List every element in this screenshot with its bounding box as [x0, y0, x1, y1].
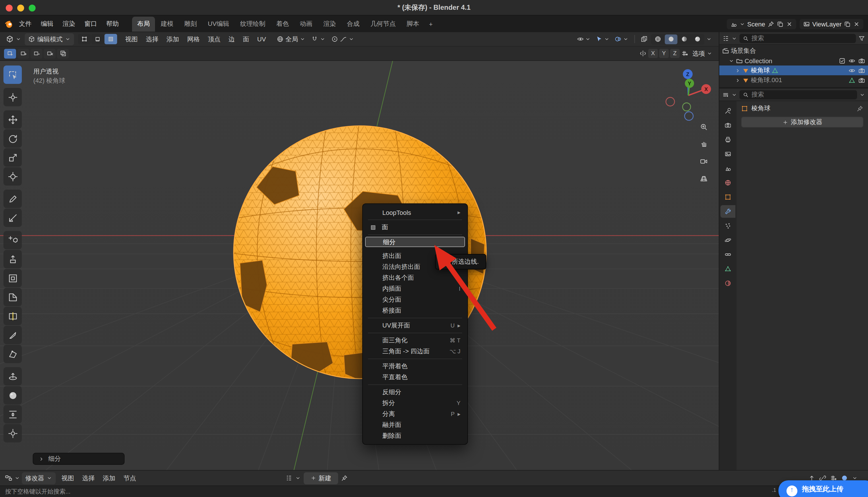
- node-editor-menu-2[interactable]: 添加: [99, 472, 119, 484]
- properties-tab-view-layer[interactable]: [720, 148, 735, 160]
- tool-shrink-fatten-button[interactable]: [3, 424, 22, 442]
- gizmo-neg-z[interactable]: [685, 112, 693, 120]
- upload-button[interactable]: ↑ 拖拽至此上传: [778, 480, 868, 497]
- pin-icon[interactable]: [341, 474, 348, 482]
- tool-annotate-button[interactable]: [3, 189, 22, 208]
- tool-scale-button[interactable]: [3, 148, 22, 167]
- viewport-canvas[interactable]: 用户透视 (42) 棱角球 Y: [0, 61, 719, 470]
- ctx-item-24[interactable]: 融并面: [363, 420, 467, 430]
- outliner-row-1[interactable]: Collection: [719, 56, 868, 66]
- tool-edge-slide-button[interactable]: [3, 405, 22, 424]
- tool-poly-build-button[interactable]: [3, 345, 22, 363]
- properties-tab-render[interactable]: [720, 119, 735, 131]
- filter-icon[interactable]: [858, 35, 865, 42]
- chevron-down-icon[interactable]: [852, 475, 858, 481]
- mirror-axis-x-button[interactable]: X: [648, 49, 658, 58]
- pan-button[interactable]: [697, 137, 711, 151]
- properties-editor-icon[interactable]: [722, 91, 729, 98]
- new-node-tree-button[interactable]: 新建: [304, 472, 338, 484]
- properties-tab-output[interactable]: [720, 133, 735, 146]
- node-editor-menu-3[interactable]: 节点: [119, 472, 140, 484]
- node-editor-menu-0[interactable]: 视图: [57, 472, 78, 484]
- sel-invert-button[interactable]: [44, 48, 56, 58]
- properties-tab-world[interactable]: [720, 176, 735, 189]
- workspace-tab-3[interactable]: UV编辑: [203, 16, 235, 31]
- topbar-menu-0[interactable]: 文件: [14, 18, 36, 30]
- properties-tab-scene[interactable]: [720, 162, 735, 175]
- ortho-toggle-button[interactable]: [697, 172, 711, 186]
- camera-view-button[interactable]: [697, 155, 711, 168]
- ctx-item-23[interactable]: 分离P▸: [363, 409, 467, 420]
- ctx-item-9[interactable]: 内插面I: [363, 283, 467, 294]
- node-editor-icon[interactable]: [4, 474, 13, 482]
- tool-bevel-button[interactable]: [3, 288, 22, 306]
- viewport-menu-1[interactable]: 选择: [142, 33, 162, 45]
- properties-tab-data[interactable]: [720, 262, 735, 275]
- viewport-menu-5[interactable]: 边: [224, 33, 239, 45]
- tool-move-button[interactable]: [3, 110, 22, 129]
- navigation-gizmo[interactable]: Y Z X: [665, 68, 711, 120]
- ctx-item-21[interactable]: 反细分: [363, 387, 467, 398]
- workspace-tab-8[interactable]: 合成: [342, 16, 365, 31]
- tool-add-cube-button[interactable]: [3, 231, 22, 250]
- properties-tab-tool[interactable]: [720, 104, 735, 117]
- ctx-item-4[interactable]: 细分: [365, 237, 465, 247]
- viewport-menu-7[interactable]: UV: [253, 34, 270, 44]
- tool-rotate-button[interactable]: [3, 129, 22, 148]
- pin-icon[interactable]: [856, 105, 864, 112]
- xray-toggle[interactable]: [639, 34, 649, 44]
- topbar-menu-2[interactable]: 渲染: [58, 18, 80, 30]
- workspace-tab-7[interactable]: 渲染: [318, 16, 341, 31]
- ctx-item-15[interactable]: 面三角化⌘ T: [363, 335, 467, 346]
- outliner-search-input[interactable]: 搜索: [739, 33, 856, 43]
- gizmos-dropdown[interactable]: [594, 34, 612, 44]
- operator-panel[interactable]: 细分: [33, 453, 124, 465]
- tool-spin-button[interactable]: [3, 367, 22, 385]
- ctx-item-10[interactable]: 尖分面: [363, 294, 467, 305]
- properties-tab-particles[interactable]: [720, 219, 735, 232]
- properties-tab-modifiers[interactable]: [720, 205, 735, 218]
- workspace-tab-2[interactable]: 雕刻: [179, 16, 202, 31]
- ctx-item-11[interactable]: 桥接面: [363, 305, 467, 316]
- tool-measure-button[interactable]: [3, 209, 22, 227]
- transform-orientation-dropdown[interactable]: 全局: [275, 33, 308, 45]
- vertex-mode-button[interactable]: [78, 34, 91, 44]
- pin-icon[interactable]: [767, 20, 775, 27]
- viewport-menu-0[interactable]: 视图: [121, 33, 142, 45]
- outliner-row-3[interactable]: 棱角球.001: [719, 75, 868, 85]
- minimize-window-button[interactable]: [17, 4, 24, 12]
- outliner-row-2[interactable]: 棱角球: [719, 66, 868, 75]
- tool-inset-button[interactable]: [3, 269, 22, 287]
- interaction-mode-dropdown[interactable]: 编辑模式: [25, 33, 74, 45]
- shading-wire-sphere-button[interactable]: [651, 34, 664, 44]
- sel-intersect-button[interactable]: [57, 48, 69, 58]
- properties-search-input[interactable]: 搜索: [739, 90, 857, 99]
- viewlayer-selector[interactable]: ViewLayer: [800, 19, 864, 29]
- topbar-menu-1[interactable]: 编辑: [36, 18, 58, 30]
- scene-selector[interactable]: Scene: [726, 19, 796, 29]
- zoom-window-button[interactable]: [29, 4, 35, 12]
- tool-smooth-button[interactable]: [3, 386, 22, 404]
- tool-loop-cut-button[interactable]: [3, 307, 22, 325]
- topbar-menu-3[interactable]: 窗口: [80, 18, 102, 30]
- snapping-dropdown[interactable]: [309, 34, 328, 44]
- proportional-edit-dropdown[interactable]: [329, 34, 357, 44]
- face-mode-button[interactable]: [104, 34, 117, 44]
- chevron-down-icon[interactable]: [859, 91, 865, 97]
- shading-solid-sphere-button[interactable]: [665, 34, 677, 44]
- gizmo-neg-x[interactable]: [666, 97, 675, 106]
- sel-new-button[interactable]: [4, 48, 16, 58]
- overlays-dropdown[interactable]: [613, 34, 630, 44]
- node-editor-menu-1[interactable]: 选择: [78, 472, 99, 484]
- outliner-row-0[interactable]: 场景集合: [719, 46, 868, 56]
- outliner-editor-icon[interactable]: [722, 35, 729, 42]
- ctx-item-25[interactable]: 删除面: [363, 430, 467, 441]
- ctx-item-8[interactable]: 挤出各个面: [363, 272, 467, 283]
- properties-tab-physics[interactable]: [720, 234, 735, 246]
- shading-material-sphere-button[interactable]: [678, 34, 691, 44]
- workspace-tab-4[interactable]: 纹理绘制: [235, 16, 271, 31]
- copy-icon[interactable]: [844, 20, 851, 27]
- snap-grid-icon[interactable]: [681, 50, 688, 57]
- topbar-menu-4[interactable]: 帮助: [102, 18, 123, 30]
- editor-type-dropdown[interactable]: [3, 33, 24, 45]
